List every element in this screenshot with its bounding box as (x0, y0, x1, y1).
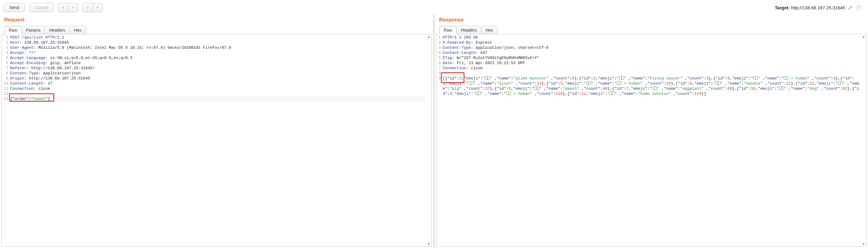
response-line[interactable]: Content-Length: 647 (443, 50, 860, 56)
request-pane: Request RawParamsHeadersHex ▲ 1 2 3 4 5 … (0, 15, 433, 248)
target-url: http://138.68.187.25:31645 (791, 5, 845, 10)
tab-request-raw[interactable]: Raw (4, 26, 22, 34)
prev-button-group: < ▼ (58, 3, 78, 12)
request-line[interactable] (10, 91, 425, 96)
send-button[interactable]: Send (4, 3, 25, 12)
request-line[interactable]: Connection: close (10, 86, 425, 91)
response-line[interactable]: HTTP/1.1 200 OK (443, 35, 860, 40)
request-line[interactable]: User-Agent: Mozilla/5.0 (Macintosh; Inte… (10, 45, 425, 50)
response-line[interactable]: Connection: close (443, 66, 860, 71)
request-title: Request (0, 15, 433, 26)
request-editor[interactable]: ▲ 1 2 3 4 5 6 7 8 9 10 11 12 13 POST /ap… (1, 34, 432, 247)
target-display: Target: http://138.68.187.25:31645 ? (775, 5, 864, 10)
split-panes: Request RawParamsHeadersHex ▲ 1 2 3 4 5 … (0, 15, 868, 248)
request-line[interactable]: {"order":"count"} (10, 96, 425, 101)
request-line[interactable]: Accept-Encoding: gzip, deflate (10, 61, 425, 66)
response-pane: Response RawHeadersHex ▲ 1 2 3 4 5 6 7 8… (435, 15, 868, 248)
request-line[interactable]: Content-Type: application/json (10, 71, 425, 76)
tab-request-hex[interactable]: Hex (69, 26, 86, 34)
help-icon[interactable]: ? (856, 5, 861, 10)
response-line[interactable]: Content-Type: application/json; charset=… (443, 45, 860, 50)
response-gutter: 1 2 3 4 5 6 7 8 9 (437, 35, 443, 96)
response-title: Response (435, 15, 868, 26)
response-editor[interactable]: ▲ 1 2 3 4 5 6 7 8 9 HTTP/1.1 200 OKX-Pow… (436, 34, 867, 247)
response-body[interactable]: [{"id":3,"emoji":"⎕⎕" ,"name":"alien mon… (443, 76, 860, 96)
tab-response-headers[interactable]: Headers (456, 26, 481, 34)
next-dropdown-button[interactable]: ▼ (93, 3, 103, 12)
request-code[interactable]: POST /api/list HTTP/1.1Host: 138.68.187.… (10, 35, 431, 101)
response-tabbar: RawHeadersHex (435, 26, 868, 34)
scroll-down-icon[interactable]: ▼ (427, 242, 431, 246)
request-line[interactable]: Content-Length: 17 (10, 81, 425, 86)
request-line[interactable]: Host: 138.68.187.25:31645 (10, 40, 425, 45)
request-line[interactable]: POST /api/list HTTP/1.1 (10, 35, 425, 40)
cancel-button[interactable]: Cancel (29, 3, 54, 12)
tab-request-params[interactable]: Params (22, 26, 45, 34)
request-line[interactable]: Origin: http://138.68.187.25:31645 (10, 76, 425, 81)
response-line[interactable]: X-Powered-By: Express (443, 40, 860, 45)
request-line[interactable]: Referer: http://138.68.187.25:31645/ (10, 66, 425, 71)
response-line[interactable] (443, 71, 860, 76)
target-label: Target: (775, 5, 790, 10)
prev-button[interactable]: < (58, 3, 68, 12)
request-line[interactable]: Accept: */* (10, 50, 425, 56)
tab-request-headers[interactable]: Headers (44, 26, 70, 34)
request-gutter: 1 2 3 4 5 6 7 8 9 10 11 12 13 (2, 35, 10, 101)
request-tabbar: RawParamsHeadersHex (0, 26, 433, 34)
tab-response-hex[interactable]: Hex (481, 26, 498, 34)
next-button-group: > ▼ (82, 3, 102, 12)
top-toolbar: Send Cancel < ▼ > ▼ Target: http://138.6… (0, 0, 868, 15)
scroll-down-icon[interactable]: ▼ (862, 242, 866, 246)
response-code[interactable]: HTTP/1.1 200 OKX-Powered-By: ExpressCont… (443, 35, 866, 96)
edit-target-icon[interactable] (848, 5, 853, 10)
next-button[interactable]: > (82, 3, 93, 12)
prev-dropdown-button[interactable]: ▼ (68, 3, 78, 12)
tab-response-raw[interactable]: Raw (439, 26, 457, 34)
response-line[interactable]: Date: Fri, 23 Apr 2021 19:21:53 GMT (443, 61, 860, 66)
response-line[interactable]: ETag: W/"287-Ru2otYV09iYgEGyRUHnMW93vZ+Y… (443, 56, 860, 61)
request-line[interactable]: Accept-Language: vi-VN,vi;q=0.8,en-US;q=… (10, 56, 425, 61)
